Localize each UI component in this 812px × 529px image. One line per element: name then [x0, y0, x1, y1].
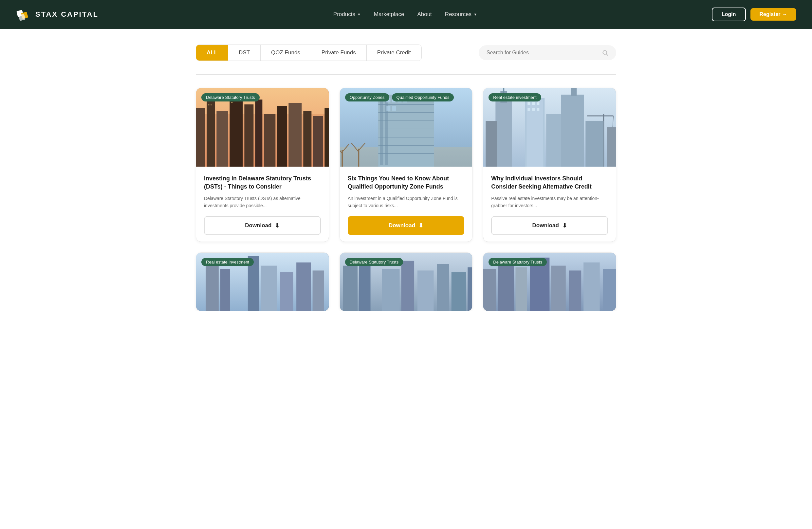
- svg-rect-75: [280, 272, 293, 311]
- bottom-card-3-image: Delaware Statutory Trusts: [483, 253, 616, 311]
- svg-rect-23: [211, 104, 212, 105]
- filter-tab-all[interactable]: ALL: [196, 45, 228, 61]
- card-1-download-button[interactable]: Download ⬇: [204, 216, 321, 235]
- search-input[interactable]: [487, 50, 598, 56]
- svg-rect-26: [380, 96, 383, 165]
- svg-rect-22: [208, 104, 209, 105]
- svg-rect-72: [220, 269, 230, 311]
- svg-rect-88: [483, 269, 496, 311]
- filter-tab-dst[interactable]: DST: [228, 45, 261, 61]
- svg-rect-84: [437, 264, 449, 311]
- svg-rect-71: [206, 262, 219, 311]
- svg-rect-60: [486, 121, 497, 167]
- login-button[interactable]: Login: [712, 8, 746, 21]
- section-divider: [196, 74, 616, 75]
- svg-rect-83: [418, 270, 434, 311]
- svg-rect-81: [382, 269, 400, 311]
- nav-products[interactable]: Products ▼: [333, 11, 361, 18]
- nav-resources[interactable]: Resources ▼: [445, 11, 477, 18]
- tag-qof: Qualified Opportunity Funds: [392, 93, 454, 102]
- navbar: STAX CAPITAL Products ▼ Marketplace Abou…: [0, 0, 812, 29]
- nav-marketplace[interactable]: Marketplace: [374, 11, 404, 18]
- svg-rect-74: [261, 265, 277, 311]
- svg-rect-11: [244, 104, 253, 167]
- bottom-card-1: Real estate investment: [196, 252, 329, 311]
- svg-rect-13: [264, 114, 275, 167]
- svg-rect-21: [231, 102, 232, 103]
- svg-rect-8: [207, 101, 215, 167]
- svg-rect-76: [296, 262, 311, 311]
- svg-point-3: [603, 50, 607, 54]
- logo-text: STAX CAPITAL: [35, 10, 99, 19]
- card-3-image: Real estate investment: [483, 88, 616, 167]
- filter-tab-qoz[interactable]: QOZ Funds: [261, 45, 311, 61]
- filter-bar: ALL DST QOZ Funds Private Funds Private …: [196, 45, 616, 61]
- card-3-tags: Real estate investment: [489, 93, 541, 102]
- svg-rect-12: [255, 100, 262, 167]
- svg-rect-63: [607, 127, 616, 167]
- card-3-body: Why Individual Investors Should Consider…: [483, 167, 616, 241]
- card-2-download-button[interactable]: Download ⬇: [348, 216, 465, 235]
- card-1-image: Delaware Statutory Trusts: [196, 88, 329, 167]
- filter-tabs: ALL DST QOZ Funds Private Funds Private …: [196, 45, 422, 61]
- card-2-body: Six Things You Need to Know About Qualif…: [340, 167, 473, 241]
- svg-rect-67: [528, 108, 531, 111]
- svg-rect-14: [277, 106, 287, 167]
- svg-rect-94: [583, 262, 599, 311]
- filter-tab-private-credit[interactable]: Private Credit: [367, 45, 421, 61]
- svg-rect-62: [586, 121, 604, 167]
- svg-rect-17: [313, 116, 323, 167]
- bottom-cards-grid: Real estate investment: [196, 252, 616, 311]
- card-1-title: Investing in Delaware Statutory Trusts (…: [204, 175, 321, 191]
- cards-grid: Delaware Statutory Trusts Investing in D…: [196, 88, 616, 242]
- card-2: Opportunity Zones Qualified Opportunity …: [339, 88, 473, 242]
- products-caret: ▼: [357, 12, 361, 16]
- svg-rect-95: [603, 269, 616, 311]
- svg-rect-86: [467, 267, 472, 311]
- download-icon-1: ⬇: [275, 222, 280, 229]
- filter-tab-private-funds[interactable]: Private Funds: [311, 45, 367, 61]
- svg-rect-7: [196, 108, 205, 167]
- svg-rect-65: [532, 102, 535, 105]
- svg-rect-92: [551, 265, 566, 311]
- svg-rect-77: [313, 270, 324, 311]
- nav-about[interactable]: About: [417, 11, 432, 18]
- card-1-tags: Delaware Statutory Trusts: [201, 93, 260, 102]
- logo[interactable]: STAX CAPITAL: [16, 6, 99, 22]
- svg-rect-89: [498, 262, 514, 311]
- svg-rect-64: [528, 102, 531, 105]
- main-content: ALL DST QOZ Funds Private Funds Private …: [180, 29, 632, 311]
- bottom-card-2: Delaware Statutory Trusts: [339, 252, 473, 311]
- card-2-excerpt: An investment in a Qualified Opportunity…: [348, 195, 465, 209]
- bottom-tag-dst-2: Delaware Statutory Trusts: [345, 258, 403, 266]
- card-1-body: Investing in Delaware Statutory Trusts (…: [196, 167, 329, 241]
- card-1-excerpt: Delaware Statutory Trusts (DSTs) as alte…: [204, 195, 321, 209]
- svg-rect-50: [496, 101, 512, 167]
- svg-rect-90: [516, 267, 527, 311]
- bottom-card-2-image: Delaware Statutory Trusts: [340, 253, 473, 311]
- svg-rect-55: [561, 94, 584, 167]
- download-icon-2: ⬇: [418, 222, 423, 229]
- svg-line-4: [606, 54, 608, 56]
- card-2-image: Opportunity Zones Qualified Opportunity …: [340, 88, 473, 167]
- register-button[interactable]: Register →: [751, 8, 796, 20]
- card-3-title: Why Individual Investors Should Consider…: [491, 175, 608, 191]
- tag-dst-1: Delaware Statutory Trusts: [201, 93, 260, 102]
- svg-rect-42: [434, 147, 472, 167]
- svg-rect-18: [324, 108, 329, 167]
- search-bar: [479, 45, 616, 60]
- card-3-excerpt: Passive real estate investments may be a…: [491, 195, 608, 209]
- card-3-download-button[interactable]: Download ⬇: [491, 216, 608, 235]
- svg-rect-56: [571, 88, 577, 96]
- svg-rect-85: [451, 272, 466, 311]
- bottom-card-2-tags: Delaware Statutory Trusts: [345, 258, 403, 266]
- svg-rect-52: [503, 88, 505, 93]
- navbar-links: Products ▼ Marketplace About Resources ▼: [333, 11, 477, 18]
- bottom-card-3-tags: Delaware Statutory Trusts: [489, 258, 547, 266]
- svg-rect-15: [288, 103, 302, 167]
- download-icon-3: ⬇: [562, 222, 567, 229]
- svg-rect-9: [216, 111, 228, 167]
- card-2-title: Six Things You Need to Know About Qualif…: [348, 175, 465, 191]
- svg-rect-61: [547, 114, 561, 167]
- navbar-actions: Login Register →: [712, 8, 796, 21]
